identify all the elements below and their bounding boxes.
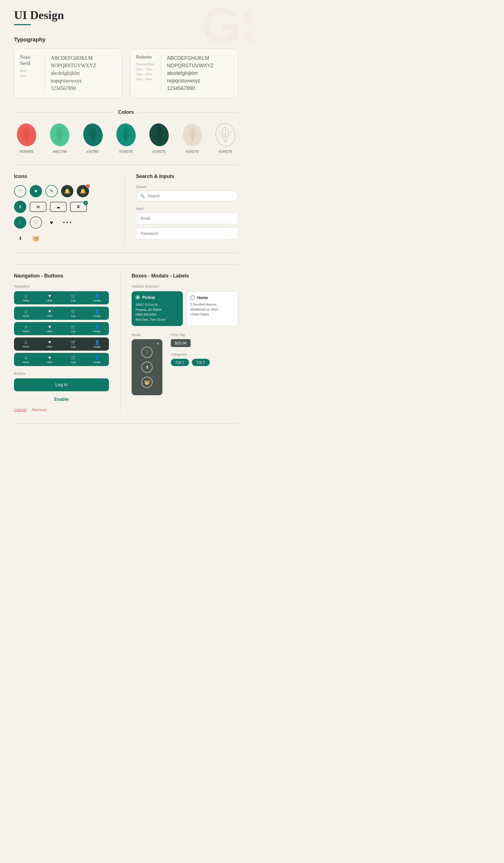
home-details: 5 Deerfield Avenue, Middletown,ct, 6453 … (190, 302, 234, 317)
nav-bar-4: ⌂ Home ♥ Likes 🛒 Cart 👤 Profile (14, 337, 109, 351)
icons-grid: ♡ ♥ ✎ 🔔 🔔 ⬆ ⚙ ☁ 🖥 1 (14, 185, 116, 245)
enable-button[interactable]: Enable (14, 395, 109, 404)
heart-filled-dark-icon[interactable]: ♥ (46, 216, 58, 229)
address-label: Address Selection (132, 285, 238, 288)
color-hex-7: #14927E (219, 150, 232, 154)
share-plain-icon[interactable]: ⬆ (14, 232, 26, 245)
email-field[interactable] (136, 212, 238, 224)
share-teal-icon[interactable]: ⬆ (14, 201, 26, 213)
nav-label-home-2: Home (22, 314, 29, 317)
heart-outline-light-icon[interactable]: ♡ (30, 216, 42, 229)
password-field[interactable] (136, 228, 238, 239)
cat-2-pill[interactable]: Cat 2 (192, 359, 210, 366)
login-button[interactable]: Log in (14, 378, 109, 391)
nav-item-profile-5[interactable]: 👤 Profile (85, 353, 109, 366)
nav-item-profile-3[interactable]: 👤 Profile (85, 322, 109, 335)
modal-box: ✕ ♡ ⬆ 🧺 (132, 339, 163, 395)
nav-item-profile-1[interactable]: 👤 Profile (85, 291, 109, 304)
home-icon-2: ⌂ (25, 309, 27, 314)
heart-filled-teal-icon[interactable]: ♥ (30, 185, 42, 197)
title-underline (14, 24, 31, 25)
cat-1-pill[interactable]: Cat 1 (171, 359, 189, 366)
color-hex-6: #14927E (186, 150, 199, 154)
nav-item-likes-3[interactable]: ♥ Likes (38, 322, 62, 335)
color-hex-3: #107867 (86, 150, 100, 154)
modal-column: Modal ✕ ♡ ⬆ 🧺 (132, 333, 163, 395)
color-item-6: #14927E (180, 122, 205, 154)
edit-icon[interactable]: ✎ (46, 185, 58, 197)
profile-icon-5: 👤 (94, 355, 100, 361)
icons-title: Icons (14, 174, 116, 179)
home-city: Middletown,ct, 6453 (190, 308, 218, 311)
nav-label-home-4: Home (22, 345, 29, 348)
modal-price-row: Modal ✕ ♡ ⬆ 🧺 Price Tag $25.00 Categorie… (132, 333, 238, 395)
nav-item-profile-4[interactable]: 👤 Profile (85, 337, 109, 351)
nav-item-cart-1[interactable]: 🛒 Cart (62, 291, 86, 304)
cancel-button[interactable]: Cancel (14, 408, 26, 412)
dots-icon[interactable]: • • • (61, 216, 73, 229)
likes-icon-3: ♥ (48, 324, 51, 329)
settings-rect-icon[interactable]: ⚙ (30, 202, 47, 212)
bell-icon[interactable]: 🔔 (61, 185, 73, 197)
font-preview-noto: ABCDEFGHIJKLM NOPQRSTUVWXYZ abcdefghijkl… (51, 54, 96, 92)
bell-badge-icon[interactable]: 🔔 (77, 185, 89, 197)
tv-badge: 1 (83, 201, 88, 205)
search-label: Search (136, 185, 238, 189)
home-title: Home (197, 296, 208, 300)
pickup-phone: (480) 500-5054 (135, 313, 156, 316)
nav-item-cart-4[interactable]: 🛒 Cart (62, 337, 86, 351)
remove-button[interactable]: Remove (32, 408, 47, 412)
basket-plain-icon[interactable]: 🧺 (30, 232, 42, 245)
modal-share-icon[interactable]: ⬆ (141, 362, 153, 373)
nav-item-cart-5[interactable]: 🛒 Cart (62, 353, 86, 366)
address-row: Pickup 10827 S 51st St Phoenix, AZ 85044… (132, 291, 238, 326)
color-item-4: #14927E (113, 122, 139, 154)
nav-label-cart-5: Cart (71, 361, 76, 364)
home-card[interactable]: Home 5 Deerfield Avenue, Middletown,ct, … (186, 291, 238, 326)
nav-label-likes-1: Likes (47, 299, 53, 302)
modal-heart-icon[interactable]: ♡ (141, 347, 153, 358)
nav-item-cart-2[interactable]: 🛒 Cart (62, 307, 86, 320)
categories-label: Categories (171, 353, 238, 357)
bg-decoration-top: GS (202, 0, 252, 45)
modal-basket-icon[interactable]: 🧺 (141, 377, 153, 388)
cloud-rect-icon[interactable]: ☁ (50, 202, 67, 212)
nav-item-likes-5[interactable]: ♥ Likes (38, 353, 62, 366)
icons-row-3: ‹ ♡ ♥ • • • (14, 216, 116, 229)
nav-label: Navigation (14, 285, 109, 288)
nav-item-home-1[interactable]: ⌂ Home (14, 291, 38, 304)
font-name-noto: NotoSerif (20, 54, 41, 66)
nav-bar-3: ⌂ Home ♥ Likes 🛒 Cart 👤 Profile (14, 322, 109, 335)
buttons-label: Buttons (14, 372, 109, 376)
font-meta-noto: NotoSerif Bold30px (20, 54, 45, 92)
font-preview-roboto: ABCDEFGHIJKLM NOPQRSTUVWXYZ abcdefghijkl… (167, 54, 214, 92)
search-input[interactable] (136, 191, 238, 201)
tv-rect-icon[interactable]: 🖥 1 (70, 202, 87, 212)
color-leaf-1 (14, 122, 39, 148)
pickup-card[interactable]: Pickup 10827 S 51st St Phoenix, AZ 85044… (132, 291, 183, 326)
input-label: Input (136, 207, 238, 211)
icons-row-1: ♡ ♥ ✎ 🔔 🔔 (14, 185, 116, 197)
nav-item-home-3[interactable]: ⌂ Home (14, 322, 38, 335)
home-address: 5 Deerfield Avenue, (190, 303, 217, 306)
nav-label-cart-3: Cart (71, 330, 76, 333)
nav-item-profile-2[interactable]: 👤 Profile (85, 307, 109, 320)
nav-item-likes-2[interactable]: ♥ Likes (38, 307, 62, 320)
nav-item-likes-4[interactable]: ♥ Likes (38, 337, 62, 351)
colors-row: #EE6055 #4EC798 (14, 122, 238, 154)
nav-section-title: Navigation - Buttons (14, 273, 109, 279)
navigation-column: Navigation - Buttons Navigation ⌂ Home ♥… (14, 273, 120, 412)
svg-line-40 (225, 132, 232, 135)
nav-item-home-5[interactable]: ⌂ Home (14, 353, 38, 366)
color-leaf-4 (113, 122, 139, 148)
nav-item-home-4[interactable]: ⌂ Home (14, 337, 38, 351)
nav-label-likes-3: Likes (47, 330, 53, 333)
heart-outline-teal-icon[interactable]: ♡ (14, 185, 26, 197)
modal-close-icon[interactable]: ✕ (156, 341, 159, 346)
nav-item-likes-1[interactable]: ♥ Likes (38, 291, 62, 304)
back-icon[interactable]: ‹ (14, 216, 26, 229)
nav-item-cart-3[interactable]: 🛒 Cart (62, 322, 86, 335)
nav-item-home-2[interactable]: ⌂ Home (14, 307, 38, 320)
home-icon-4: ⌂ (25, 340, 27, 345)
home-radio[interactable] (190, 296, 195, 300)
